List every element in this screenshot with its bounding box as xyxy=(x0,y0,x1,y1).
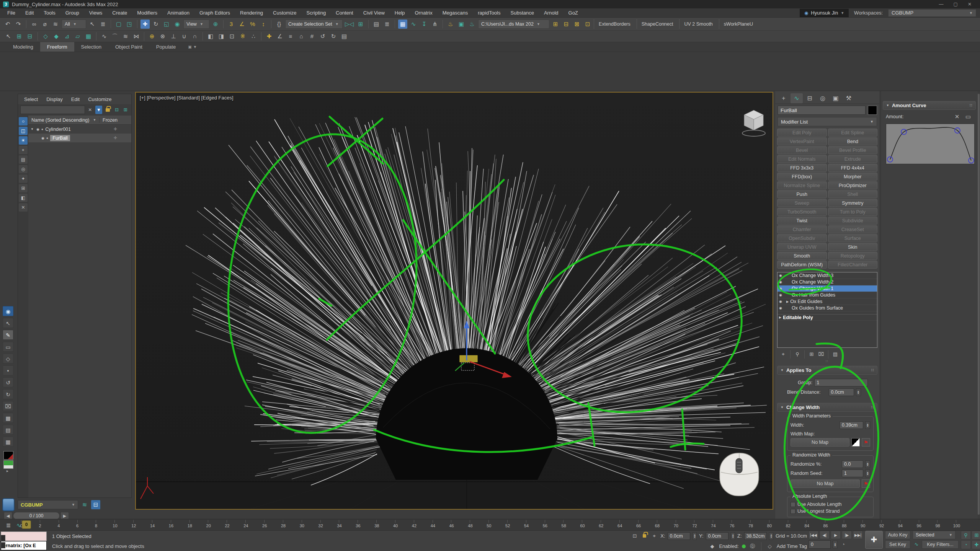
redo-tool-icon[interactable]: ↻ xyxy=(3,389,13,399)
modifier-set-button[interactable]: PathDeform (WSM) xyxy=(777,261,827,269)
modifier-set-button[interactable]: Morpher xyxy=(828,173,878,181)
display-tab-icon[interactable]: ▣ xyxy=(830,93,842,103)
frozen-cell-icon[interactable]: ✚ xyxy=(99,135,131,140)
ribbon-tab[interactable]: Freeform xyxy=(40,42,74,52)
width-map-button[interactable]: No Map xyxy=(791,438,849,447)
reference-file-icon[interactable]: ⊡ xyxy=(583,20,592,29)
modeling-tool-icon[interactable]: ⊥ xyxy=(169,32,178,41)
filter-spacewarps-icon[interactable]: ◎ xyxy=(19,165,28,173)
selection-lock-icon[interactable] xyxy=(643,534,646,538)
link-file-icon[interactable]: ⊠ xyxy=(572,20,581,29)
current-frame-field[interactable]: 0 xyxy=(808,540,831,549)
modifier-stack-item[interactable]: ◉ ▶ Ox Edit Guides xyxy=(777,298,877,305)
map-preview-swatch[interactable] xyxy=(851,438,860,447)
ornatrix-toolbar-icon[interactable]: ◉ xyxy=(3,306,13,316)
modifier-set-button[interactable]: VertexPaint xyxy=(777,137,827,145)
modeling-tool-icon[interactable]: ※ xyxy=(238,32,247,41)
modifier-set-button[interactable]: Subdivide xyxy=(828,217,878,225)
ribbon-tab[interactable]: Selection xyxy=(74,42,108,52)
zoom-icon[interactable]: ⚲ xyxy=(961,531,971,540)
timeline-ruler[interactable]: ≣ ∿ 024681012141618202224262830323436384… xyxy=(0,519,980,530)
layer-dropdown[interactable]: CGBUMP▼ xyxy=(18,500,78,509)
menu-item[interactable]: Rendering xyxy=(236,8,267,17)
object-name-field[interactable] xyxy=(777,106,866,115)
menu-item[interactable]: Help xyxy=(390,8,409,17)
menu-item[interactable]: Tools xyxy=(39,8,59,17)
hierarchy-tab-icon[interactable]: ⊟ xyxy=(804,93,816,103)
modeling-tool-icon[interactable]: ◨ xyxy=(217,32,226,41)
go-to-start-icon[interactable]: |◀◀ xyxy=(808,531,818,539)
viewport-layout-tabs[interactable] xyxy=(1,535,6,548)
modeling-tool-icon[interactable]: ✚ xyxy=(265,32,274,41)
filter-containers-icon[interactable]: ⊞ xyxy=(19,184,28,192)
user-account-menu[interactable]: ◉ Hyunsuk Jin ▼ xyxy=(800,9,849,17)
listener-script-line[interactable]: Ornatrix: [Ox E xyxy=(1,541,47,550)
grid-tool-icon[interactable]: ▦ xyxy=(3,437,13,447)
soft-selection-icon[interactable]: ◇ xyxy=(3,354,13,364)
randomize-pct-field[interactable]: 0.0 xyxy=(842,460,863,468)
modifier-eye-icon[interactable]: ◉ xyxy=(779,274,785,277)
edit-named-selection-sets-icon[interactable]: {} xyxy=(274,20,284,29)
layer-list-icon[interactable]: ≣ xyxy=(382,20,392,29)
modifier-set-button[interactable]: Symmetry xyxy=(828,199,878,207)
fov-icon[interactable]: ◔ xyxy=(961,540,971,549)
project-folder-dropdown[interactable]: C:\Users\JI...ds Max 202▼ xyxy=(478,20,549,29)
configure-modifier-sets-icon[interactable]: ▤ xyxy=(831,350,840,359)
modeling-tool-icon[interactable]: ↻ xyxy=(329,32,338,41)
panel-scrollbar[interactable] xyxy=(978,94,980,515)
schematic-toggle-icon[interactable]: ⊟ xyxy=(91,500,100,509)
view-cube[interactable] xyxy=(740,106,767,139)
column-header-name[interactable]: Name (Sorted Descending)▼ xyxy=(28,117,99,123)
modeling-tool-icon[interactable]: ◇ xyxy=(41,32,50,41)
key-mode-icon[interactable]: ∿ xyxy=(913,541,920,548)
menu-item[interactable]: Group xyxy=(61,8,83,17)
maxscript-mini-listener[interactable]: Ornatrix: [Ox E xyxy=(1,531,47,550)
bind-to-space-warp-icon[interactable]: ≋ xyxy=(51,20,60,29)
modifier-set-button[interactable]: Retopology xyxy=(828,252,878,260)
width-field[interactable]: 0.39cm xyxy=(840,421,863,429)
undo-icon[interactable]: ↶ xyxy=(3,20,12,29)
menu-item[interactable]: Views xyxy=(85,8,106,17)
blend-distance-field[interactable]: 0.0cm xyxy=(829,388,854,396)
modifier-set-button[interactable]: Skin xyxy=(828,243,878,251)
secondary-color-swatch[interactable] xyxy=(3,460,13,469)
modifier-eye-icon[interactable]: ◉ xyxy=(779,287,785,290)
menu-item[interactable]: Megascans xyxy=(438,8,472,17)
modeling-tool-icon[interactable]: ▤ xyxy=(340,32,349,41)
select-and-rotate-icon[interactable]: ↻ xyxy=(151,20,160,29)
time-configuration-icon[interactable]: ◔ xyxy=(840,541,847,548)
open-curve-window-icon[interactable]: ▭ xyxy=(964,112,973,121)
auto-key-button[interactable]: Auto Key xyxy=(885,531,910,539)
motion-tab-icon[interactable]: ◎ xyxy=(817,93,829,103)
group-field[interactable]: 1 xyxy=(814,379,868,386)
y-coordinate-field[interactable]: 0.0cm xyxy=(706,532,729,540)
map-enable-flag-icon[interactable]: ⚑ xyxy=(862,479,870,488)
modeling-tool-icon[interactable]: ⊗ xyxy=(158,32,167,41)
ribbon-state-toggle[interactable]: ▣▼ xyxy=(188,42,197,52)
listener-macro-line[interactable] xyxy=(1,531,47,541)
next-frame-button[interactable]: ▶ xyxy=(60,512,69,520)
menu-item[interactable]: Civil View xyxy=(359,8,389,17)
menu-item[interactable]: Modifiers xyxy=(133,8,162,17)
modeling-tool-icon[interactable]: ◧ xyxy=(206,32,215,41)
modifier-set-button[interactable]: Turn to Poly xyxy=(828,208,878,216)
create-tab-icon[interactable]: + xyxy=(777,93,790,103)
modifier-set-button[interactable]: Twist xyxy=(777,217,827,225)
modeling-tool-icon[interactable]: ≋ xyxy=(121,32,130,41)
modifier-set-button[interactable]: FFD(box) xyxy=(777,173,827,181)
modifier-eye-icon[interactable]: ◉ xyxy=(779,280,785,284)
tree-caret-icon[interactable]: ▼ xyxy=(31,127,34,131)
rendered-frame-window-icon[interactable]: ▣ xyxy=(457,20,466,29)
menu-item[interactable]: Content xyxy=(332,8,358,17)
filter-lights-icon[interactable]: ☀ xyxy=(19,136,28,145)
layer-stack-icon[interactable]: ≋ xyxy=(80,500,89,509)
explorer-search-input[interactable] xyxy=(20,106,85,114)
delete-curve-icon[interactable]: ✕ xyxy=(952,112,962,121)
zoom-all-icon[interactable]: ⊞ xyxy=(972,531,980,540)
schematic-view-icon[interactable]: ⋔ xyxy=(430,20,439,29)
modeling-tool-icon[interactable]: ⊞ xyxy=(15,32,24,41)
modeling-tool-icon[interactable]: ▦ xyxy=(84,32,93,41)
modeling-tool-icon[interactable]: ∴ xyxy=(249,32,258,41)
menu-item[interactable]: Substance xyxy=(506,8,538,17)
menu-item[interactable]: Create xyxy=(108,8,131,17)
